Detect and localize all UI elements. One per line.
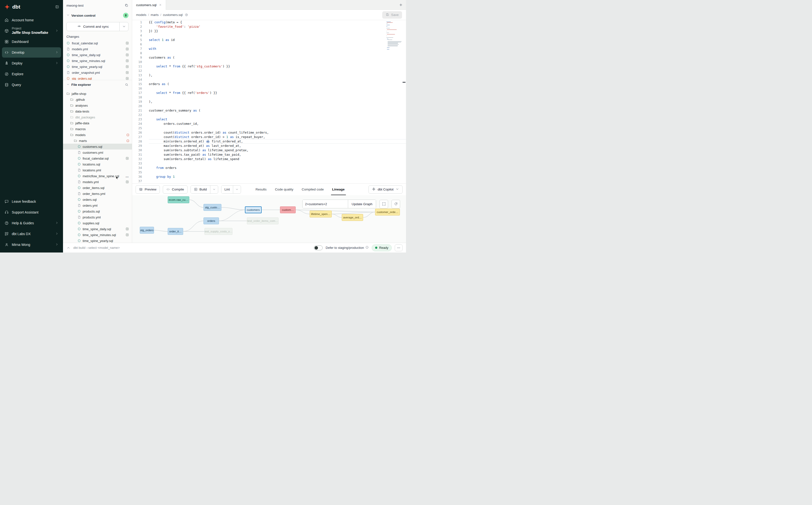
changed-file-order-snapshot-yml[interactable]: order_snapshot.yml	[63, 69, 132, 75]
more-options-button[interactable]	[395, 244, 402, 251]
changed-file-models-yml[interactable]: models.yml	[63, 46, 132, 52]
code-line[interactable]: }) }}	[149, 29, 406, 33]
lineage-node-test_supply[interactable]: test_supply_costs_s…	[204, 228, 232, 235]
changed-file-time-spine-minutes-sql[interactable]: time_spine_minutes.sql	[63, 58, 132, 64]
tree-item-products-sql[interactable]: products.sql	[63, 208, 132, 214]
changed-file-time-spine-yearly-sql[interactable]: time_spine_yearly.sql	[63, 64, 132, 69]
close-tab-icon[interactable]	[159, 3, 162, 6]
code-line[interactable]: select * from {{ ref('orders') }}	[149, 91, 406, 95]
lint-button[interactable]: Lint	[221, 186, 233, 193]
tree-item-models-yml[interactable]: models.yml	[63, 179, 132, 185]
code-line[interactable]: from orders	[149, 166, 406, 170]
build-options-chevron[interactable]	[210, 186, 218, 193]
code-line[interactable]: select * from {{ ref('stg_customers') }}	[149, 64, 406, 69]
compile-button[interactable]: Compile	[163, 185, 188, 194]
tree-item-fiscal-calendar-sql[interactable]: fiscal_calendar.sql	[63, 155, 132, 161]
file-explorer-header[interactable]: File explorer	[63, 80, 132, 89]
tree-item-marts[interactable]: marts	[63, 138, 132, 144]
stage-file-button[interactable]	[126, 77, 129, 80]
code-line[interactable]	[149, 42, 406, 46]
refresh-graph-button[interactable]	[391, 200, 400, 208]
lineage-node-stg_cust[interactable]: stg_custo…	[203, 204, 221, 211]
tree-item-time-spine-yearly-sql[interactable]: time_spine_yearly.sql	[63, 238, 132, 243]
tree-item-time-spine-daily-sql[interactable]: time_spine_daily.sql	[63, 226, 132, 232]
sidebar-item-account-home[interactable]: Account home	[2, 15, 61, 25]
lineage-node-custom[interactable]: custom…	[280, 206, 296, 213]
sidebar-item-project[interactable]: ProjectJaffle Shop Snowflake	[2, 26, 61, 36]
tab-customers-sql[interactable]: customers.sql	[132, 0, 166, 10]
tree-item-products-yml[interactable]: products.yml	[63, 214, 132, 220]
tree-item-data-tests[interactable]: data-tests	[63, 108, 132, 114]
sidebar-item-query[interactable]: Query	[2, 80, 61, 90]
lineage-node-test_order[interactable]: test_order_items_com…	[247, 217, 279, 224]
tree-item-customers-sql[interactable]: customers.sql	[63, 144, 132, 150]
code-line[interactable]: sum(orders.subtotal) as lifetime_spend_p…	[149, 148, 406, 153]
sidebar-item-leave-feedback[interactable]: Leave feedback	[2, 196, 61, 207]
tree-item-macros[interactable]: macros	[63, 126, 132, 132]
code-line[interactable]	[149, 170, 406, 175]
tree-item-metricflow-time-spine-sql[interactable]: metricflow_time_spine.sql…	[63, 173, 132, 179]
stage-file-button[interactable]	[126, 47, 129, 51]
lineage-node-customer_orde[interactable]: customer_orde…	[375, 209, 400, 215]
copilot-breadcrumb-icon[interactable]	[185, 13, 188, 17]
copy-branch-button[interactable]	[125, 3, 129, 7]
stage-file-button[interactable]	[126, 41, 129, 45]
tree-item-order-items-sql[interactable]: order_items.sql	[63, 185, 132, 191]
code-line[interactable]: select	[149, 117, 406, 122]
sidebar-item-dashboard[interactable]: Dashboard	[2, 36, 61, 47]
code-line[interactable]: select 1 as id	[149, 38, 406, 42]
code-line[interactable]	[149, 51, 406, 55]
update-graph-button[interactable]: Update Graph	[348, 200, 376, 208]
tree-item-github[interactable]: .github	[63, 97, 132, 103]
code-line[interactable]: sum(orders.tax_paid) as lifetime_tax_pai…	[149, 153, 406, 157]
lineage-node-orders[interactable]: orders	[203, 217, 219, 224]
lineage-node-ecom[interactable]: ecom.raw_cu…	[168, 196, 189, 203]
code-line[interactable]: ),	[149, 100, 406, 104]
sidebar-item-mirna-wong[interactable]: Mirna Wong	[2, 239, 61, 250]
code-line[interactable]	[149, 104, 406, 108]
create-file-button[interactable]	[126, 157, 129, 160]
collapse-sidebar-icon[interactable]	[55, 5, 59, 9]
changed-file-stg-orders-sql[interactable]: stg_orders.sql	[63, 75, 132, 80]
lineage-node-stg_orders[interactable]: stg_orders	[140, 227, 154, 233]
code-line[interactable]	[149, 69, 406, 73]
code-line[interactable]: count(distinct orders.order_id) > 1 as i…	[149, 135, 406, 139]
code-line[interactable]: min(orders.ordered_at) as first_ordered_…	[149, 139, 406, 144]
code-line[interactable]	[149, 60, 406, 64]
tree-item-orders-sql[interactable]: orders.sql	[63, 197, 132, 202]
code-line[interactable]: sum(orders.order_total) as lifetime_spen…	[149, 157, 406, 161]
changed-file-fiscal-calendar-sql[interactable]: fiscal_calendar.sql	[63, 40, 132, 46]
code-editor[interactable]: 1234567891011121314151617181920212223242…	[132, 20, 406, 183]
defer-toggle[interactable]	[314, 245, 323, 250]
minimap[interactable]	[386, 22, 401, 50]
stage-file-button[interactable]	[126, 71, 129, 74]
lineage-node-customers[interactable]: customers	[245, 206, 262, 213]
dbt-logo[interactable]: dbt	[4, 4, 20, 10]
tree-item-models[interactable]: models	[63, 132, 132, 138]
code-line[interactable]: customer_orders_summary as (	[149, 108, 406, 113]
lineage-node-average[interactable]: average_ord…	[342, 214, 363, 221]
code-line[interactable]: group by 1	[149, 175, 406, 179]
code-line[interactable]	[149, 126, 406, 130]
sidebar-item-develop[interactable]: Develop	[2, 47, 61, 57]
sidebar-item-explore[interactable]: Explore	[2, 69, 61, 79]
code-line[interactable]: {{ config(meta = {	[149, 20, 406, 24]
tree-item-jaffle-data[interactable]: jaffle-data	[63, 120, 132, 126]
save-button[interactable]: Save	[382, 11, 402, 19]
tree-item-locations-sql[interactable]: locations.sql	[63, 161, 132, 167]
code-line[interactable]: max(orders.ordered_at) as last_ordered_a…	[149, 144, 406, 148]
code-line[interactable]	[149, 77, 406, 82]
preview-button[interactable]: Preview	[136, 185, 160, 194]
build-button[interactable]: Build	[191, 186, 210, 193]
tree-item-dbt-packages[interactable]: dbt_packages	[63, 114, 132, 120]
fullscreen-button[interactable]	[379, 200, 388, 208]
search-files-icon[interactable]	[125, 83, 129, 87]
code-line[interactable]	[149, 86, 406, 91]
code-line[interactable]	[149, 33, 406, 38]
lineage-search-input[interactable]	[303, 200, 348, 208]
breadcrumb-marts[interactable]: marts	[151, 13, 159, 17]
tree-item-analyses[interactable]: analyses	[63, 103, 132, 108]
dbt-copilot-button[interactable]: dbt Copilot	[368, 185, 402, 194]
tree-item-jaffle-shop[interactable]: jaffle-shop	[63, 91, 132, 97]
changed-file-time-spine-daily-sql[interactable]: time_spine_daily.sql	[63, 52, 132, 58]
